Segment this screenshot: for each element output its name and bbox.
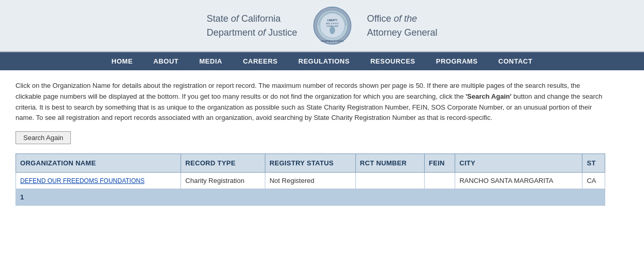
rct-number-cell bbox=[355, 173, 424, 189]
pagination-cell: 1 bbox=[16, 189, 605, 206]
pagination-row: 1 bbox=[16, 189, 605, 206]
nav-resources[interactable]: RESOURCES bbox=[360, 52, 426, 70]
search-again-button[interactable]: Search Again bbox=[16, 131, 71, 144]
col-fein: FEIN bbox=[424, 154, 455, 173]
instructions-text: Click on the Organization Name for detai… bbox=[16, 81, 605, 124]
table-header-row: ORGANIZATION NAME RECORD TYPE REGISTRY S… bbox=[16, 154, 605, 173]
col-record-type: RECORD TYPE bbox=[181, 154, 265, 173]
page-1-link[interactable]: 1 bbox=[20, 193, 24, 201]
col-registry-status: REGISTRY STATUS bbox=[265, 154, 355, 173]
table-row: DEFEND OUR FREEDOMS FOUNDATIONSCharity R… bbox=[16, 173, 605, 189]
state-seal: LIBERTY AND JUSTICE UNDER LAW DEPARTMENT… bbox=[313, 6, 352, 45]
nav-careers[interactable]: CAREERS bbox=[233, 52, 288, 70]
record-type-cell: Charity Registration bbox=[181, 173, 265, 189]
header-left-text: State of California Department of Justic… bbox=[206, 12, 297, 40]
svg-text:LIBERTY: LIBERTY bbox=[327, 19, 337, 22]
nav-contact[interactable]: CONTACT bbox=[488, 52, 543, 70]
page-header: State of California Department of Justic… bbox=[0, 0, 644, 52]
header-right-text: Office of the Attorney General bbox=[367, 12, 438, 40]
main-nav: HOME ABOUT MEDIA CAREERS REGULATIONS RES… bbox=[0, 52, 644, 70]
col-rct-number: RCT NUMBER bbox=[355, 154, 424, 173]
col-city: CITY bbox=[455, 154, 582, 173]
nav-about[interactable]: ABOUT bbox=[143, 52, 189, 70]
state-cell: CA bbox=[582, 173, 605, 189]
main-content: Click on the Organization Name for detai… bbox=[0, 70, 621, 216]
svg-text:AND JUSTICE: AND JUSTICE bbox=[326, 23, 339, 25]
col-state: ST bbox=[582, 154, 605, 173]
org-name-cell: DEFEND OUR FREEDOMS FOUNDATIONS bbox=[16, 173, 181, 189]
org-name-link[interactable]: DEFEND OUR FREEDOMS FOUNDATIONS bbox=[20, 177, 144, 184]
fein-cell bbox=[424, 173, 455, 189]
nav-programs[interactable]: PROGRAMS bbox=[426, 52, 488, 70]
search-again-bold: 'Search Again' bbox=[466, 93, 512, 100]
col-org-name: ORGANIZATION NAME bbox=[16, 154, 181, 173]
nav-home[interactable]: HOME bbox=[101, 52, 143, 70]
nav-media[interactable]: MEDIA bbox=[189, 52, 232, 70]
registry-status-cell: Not Registered bbox=[265, 173, 355, 189]
city-cell: RANCHO SANTA MARGARITA bbox=[455, 173, 582, 189]
results-table: ORGANIZATION NAME RECORD TYPE REGISTRY S… bbox=[16, 153, 605, 206]
svg-point-7 bbox=[331, 26, 334, 29]
svg-text:DEPARTMENT OF JUSTICE: DEPARTMENT OF JUSTICE bbox=[321, 40, 344, 42]
nav-regulations[interactable]: REGULATIONS bbox=[288, 52, 360, 70]
